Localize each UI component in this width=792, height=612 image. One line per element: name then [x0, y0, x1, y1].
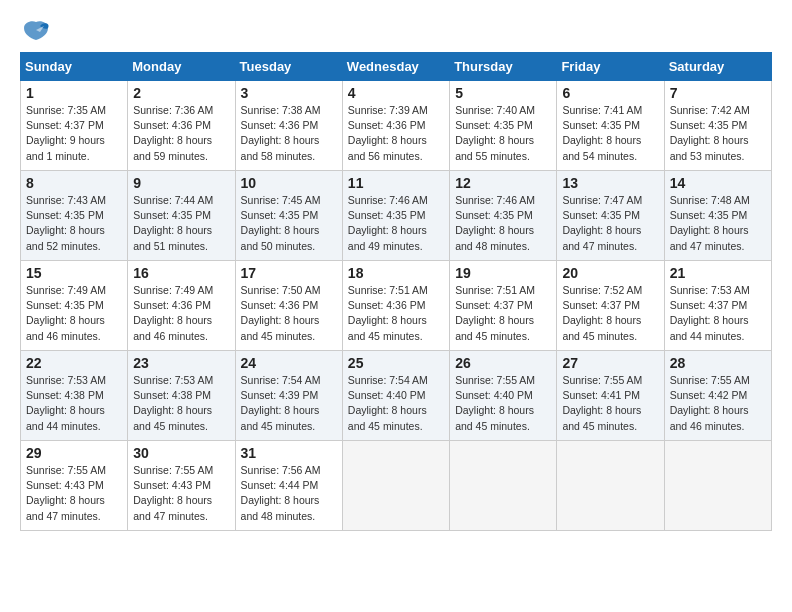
calendar-cell: 30Sunrise: 7:55 AMSunset: 4:43 PMDayligh… [128, 441, 235, 531]
calendar-body: 1Sunrise: 7:35 AMSunset: 4:37 PMDaylight… [21, 81, 772, 531]
day-number: 27 [562, 355, 658, 371]
day-info: Sunrise: 7:49 AMSunset: 4:36 PMDaylight:… [133, 283, 229, 344]
day-info: Sunrise: 7:49 AMSunset: 4:35 PMDaylight:… [26, 283, 122, 344]
week-row-3: 15Sunrise: 7:49 AMSunset: 4:35 PMDayligh… [21, 261, 772, 351]
calendar-cell: 17Sunrise: 7:50 AMSunset: 4:36 PMDayligh… [235, 261, 342, 351]
weekday-saturday: Saturday [664, 53, 771, 81]
day-number: 24 [241, 355, 337, 371]
calendar-cell: 18Sunrise: 7:51 AMSunset: 4:36 PMDayligh… [342, 261, 449, 351]
day-info: Sunrise: 7:45 AMSunset: 4:35 PMDaylight:… [241, 193, 337, 254]
day-number: 15 [26, 265, 122, 281]
day-number: 25 [348, 355, 444, 371]
logo-bird-icon [22, 20, 50, 42]
calendar-cell: 6Sunrise: 7:41 AMSunset: 4:35 PMDaylight… [557, 81, 664, 171]
calendar-cell: 10Sunrise: 7:45 AMSunset: 4:35 PMDayligh… [235, 171, 342, 261]
weekday-sunday: Sunday [21, 53, 128, 81]
day-number: 18 [348, 265, 444, 281]
calendar-cell [450, 441, 557, 531]
calendar-cell: 31Sunrise: 7:56 AMSunset: 4:44 PMDayligh… [235, 441, 342, 531]
calendar-cell: 23Sunrise: 7:53 AMSunset: 4:38 PMDayligh… [128, 351, 235, 441]
day-info: Sunrise: 7:52 AMSunset: 4:37 PMDaylight:… [562, 283, 658, 344]
day-info: Sunrise: 7:44 AMSunset: 4:35 PMDaylight:… [133, 193, 229, 254]
day-info: Sunrise: 7:42 AMSunset: 4:35 PMDaylight:… [670, 103, 766, 164]
day-number: 31 [241, 445, 337, 461]
day-number: 11 [348, 175, 444, 191]
day-info: Sunrise: 7:43 AMSunset: 4:35 PMDaylight:… [26, 193, 122, 254]
day-number: 13 [562, 175, 658, 191]
week-row-4: 22Sunrise: 7:53 AMSunset: 4:38 PMDayligh… [21, 351, 772, 441]
day-info: Sunrise: 7:56 AMSunset: 4:44 PMDaylight:… [241, 463, 337, 524]
calendar-cell: 21Sunrise: 7:53 AMSunset: 4:37 PMDayligh… [664, 261, 771, 351]
day-info: Sunrise: 7:54 AMSunset: 4:39 PMDaylight:… [241, 373, 337, 434]
calendar-cell: 7Sunrise: 7:42 AMSunset: 4:35 PMDaylight… [664, 81, 771, 171]
day-number: 20 [562, 265, 658, 281]
day-info: Sunrise: 7:46 AMSunset: 4:35 PMDaylight:… [455, 193, 551, 254]
calendar-cell: 5Sunrise: 7:40 AMSunset: 4:35 PMDaylight… [450, 81, 557, 171]
week-row-5: 29Sunrise: 7:55 AMSunset: 4:43 PMDayligh… [21, 441, 772, 531]
day-number: 3 [241, 85, 337, 101]
day-info: Sunrise: 7:35 AMSunset: 4:37 PMDaylight:… [26, 103, 122, 164]
day-info: Sunrise: 7:55 AMSunset: 4:41 PMDaylight:… [562, 373, 658, 434]
calendar-cell [557, 441, 664, 531]
week-row-2: 8Sunrise: 7:43 AMSunset: 4:35 PMDaylight… [21, 171, 772, 261]
day-number: 16 [133, 265, 229, 281]
calendar-cell: 24Sunrise: 7:54 AMSunset: 4:39 PMDayligh… [235, 351, 342, 441]
day-number: 5 [455, 85, 551, 101]
day-number: 28 [670, 355, 766, 371]
day-number: 2 [133, 85, 229, 101]
day-number: 10 [241, 175, 337, 191]
day-info: Sunrise: 7:55 AMSunset: 4:43 PMDaylight:… [26, 463, 122, 524]
calendar-cell: 22Sunrise: 7:53 AMSunset: 4:38 PMDayligh… [21, 351, 128, 441]
day-info: Sunrise: 7:54 AMSunset: 4:40 PMDaylight:… [348, 373, 444, 434]
week-row-1: 1Sunrise: 7:35 AMSunset: 4:37 PMDaylight… [21, 81, 772, 171]
calendar-cell: 1Sunrise: 7:35 AMSunset: 4:37 PMDaylight… [21, 81, 128, 171]
day-info: Sunrise: 7:51 AMSunset: 4:36 PMDaylight:… [348, 283, 444, 344]
calendar-cell: 12Sunrise: 7:46 AMSunset: 4:35 PMDayligh… [450, 171, 557, 261]
day-number: 26 [455, 355, 551, 371]
weekday-wednesday: Wednesday [342, 53, 449, 81]
day-number: 21 [670, 265, 766, 281]
day-number: 17 [241, 265, 337, 281]
calendar-cell: 9Sunrise: 7:44 AMSunset: 4:35 PMDaylight… [128, 171, 235, 261]
day-number: 22 [26, 355, 122, 371]
day-number: 7 [670, 85, 766, 101]
calendar-cell: 19Sunrise: 7:51 AMSunset: 4:37 PMDayligh… [450, 261, 557, 351]
day-number: 19 [455, 265, 551, 281]
calendar-cell: 29Sunrise: 7:55 AMSunset: 4:43 PMDayligh… [21, 441, 128, 531]
day-info: Sunrise: 7:51 AMSunset: 4:37 PMDaylight:… [455, 283, 551, 344]
calendar-table: SundayMondayTuesdayWednesdayThursdayFrid… [20, 52, 772, 531]
calendar-cell: 15Sunrise: 7:49 AMSunset: 4:35 PMDayligh… [21, 261, 128, 351]
day-number: 30 [133, 445, 229, 461]
day-info: Sunrise: 7:50 AMSunset: 4:36 PMDaylight:… [241, 283, 337, 344]
calendar-cell [664, 441, 771, 531]
calendar-cell: 28Sunrise: 7:55 AMSunset: 4:42 PMDayligh… [664, 351, 771, 441]
calendar-cell [342, 441, 449, 531]
day-info: Sunrise: 7:53 AMSunset: 4:37 PMDaylight:… [670, 283, 766, 344]
day-info: Sunrise: 7:46 AMSunset: 4:35 PMDaylight:… [348, 193, 444, 254]
day-info: Sunrise: 7:53 AMSunset: 4:38 PMDaylight:… [26, 373, 122, 434]
calendar-cell: 27Sunrise: 7:55 AMSunset: 4:41 PMDayligh… [557, 351, 664, 441]
day-number: 29 [26, 445, 122, 461]
day-info: Sunrise: 7:36 AMSunset: 4:36 PMDaylight:… [133, 103, 229, 164]
weekday-thursday: Thursday [450, 53, 557, 81]
day-number: 12 [455, 175, 551, 191]
calendar-cell: 11Sunrise: 7:46 AMSunset: 4:35 PMDayligh… [342, 171, 449, 261]
day-info: Sunrise: 7:53 AMSunset: 4:38 PMDaylight:… [133, 373, 229, 434]
calendar-cell: 26Sunrise: 7:55 AMSunset: 4:40 PMDayligh… [450, 351, 557, 441]
day-number: 23 [133, 355, 229, 371]
day-number: 9 [133, 175, 229, 191]
logo [20, 20, 50, 42]
calendar-cell: 14Sunrise: 7:48 AMSunset: 4:35 PMDayligh… [664, 171, 771, 261]
calendar-cell: 20Sunrise: 7:52 AMSunset: 4:37 PMDayligh… [557, 261, 664, 351]
day-number: 4 [348, 85, 444, 101]
header [20, 20, 772, 42]
day-number: 14 [670, 175, 766, 191]
day-number: 6 [562, 85, 658, 101]
calendar-cell: 3Sunrise: 7:38 AMSunset: 4:36 PMDaylight… [235, 81, 342, 171]
day-info: Sunrise: 7:55 AMSunset: 4:42 PMDaylight:… [670, 373, 766, 434]
day-info: Sunrise: 7:55 AMSunset: 4:40 PMDaylight:… [455, 373, 551, 434]
calendar-cell: 8Sunrise: 7:43 AMSunset: 4:35 PMDaylight… [21, 171, 128, 261]
day-info: Sunrise: 7:41 AMSunset: 4:35 PMDaylight:… [562, 103, 658, 164]
day-number: 1 [26, 85, 122, 101]
calendar-cell: 13Sunrise: 7:47 AMSunset: 4:35 PMDayligh… [557, 171, 664, 261]
